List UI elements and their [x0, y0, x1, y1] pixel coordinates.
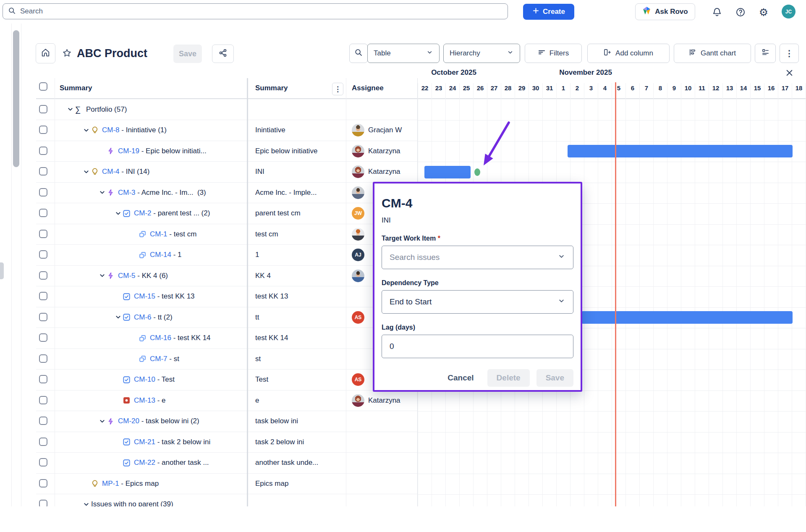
dialog-save-button[interactable]: Save [536, 369, 573, 387]
issue-key-link[interactable]: CM-3 [118, 189, 136, 197]
row-checkbox[interactable] [39, 209, 47, 217]
favorite-star-icon[interactable] [61, 47, 72, 58]
row-checkbox[interactable] [39, 375, 47, 383]
row-expander-chevron[interactable] [113, 314, 123, 320]
help-icon[interactable] [735, 7, 746, 18]
summary2-cell[interactable]: test KK 13 [255, 286, 343, 307]
row-checkbox[interactable] [39, 188, 47, 197]
summary2-cell[interactable] [255, 100, 343, 120]
dependency-handle-dot[interactable] [474, 168, 480, 176]
issue-key-link[interactable]: CM-20 [118, 417, 139, 425]
create-button[interactable]: Create [523, 4, 574, 20]
issue-key-link[interactable]: CM-10 [134, 375, 155, 384]
panel-resize-handle[interactable] [0, 262, 4, 279]
assignee-cell[interactable] [352, 411, 418, 432]
issue-key-link[interactable]: CM-4 [102, 168, 120, 176]
column-resize-divider[interactable] [247, 78, 248, 506]
row-checkbox[interactable] [39, 167, 47, 176]
vertical-scrollbar-thumb[interactable] [13, 30, 19, 167]
issue-key-link[interactable]: CM-1 [150, 230, 167, 238]
issue-key-link[interactable]: CM-7 [150, 355, 167, 363]
issue-key-link[interactable]: CM-13 [134, 396, 155, 405]
row-checkbox[interactable] [39, 292, 47, 300]
summary2-cell[interactable]: test cm [255, 224, 343, 245]
row-checkbox[interactable] [39, 250, 47, 259]
gantt-bar-cm4[interactable] [424, 166, 471, 178]
row-checkbox[interactable] [39, 417, 47, 425]
home-button[interactable] [36, 43, 55, 63]
target-work-item-select[interactable]: Search issues [382, 246, 573, 269]
assignee-cell[interactable] [352, 100, 418, 120]
ask-rovo-button[interactable]: Ask Rovo [635, 3, 695, 20]
issue-key-link[interactable]: CM-22 [134, 459, 155, 467]
issue-key-link[interactable]: CM-19 [118, 147, 139, 155]
save-button[interactable]: Save [173, 45, 202, 63]
dependency-type-select[interactable]: End to Start [382, 290, 573, 314]
assignee-cell[interactable]: Gracjan W [352, 120, 418, 141]
lag-days-input[interactable] [382, 335, 573, 358]
row-checkbox[interactable] [39, 354, 47, 363]
summary2-cell[interactable]: Epics map [255, 474, 343, 494]
summary2-cell[interactable]: st [255, 349, 343, 370]
summary2-cell[interactable]: Epic below initiative [255, 141, 343, 162]
summary2-cell[interactable]: KK 4 [255, 266, 343, 286]
row-checkbox[interactable] [39, 147, 47, 155]
more-options-kebab-button[interactable]: ⋮ [780, 44, 799, 63]
view-mode-select[interactable]: Table [367, 44, 440, 63]
row-checkbox[interactable] [39, 438, 47, 446]
assignee-cell[interactable]: Katarzyna [352, 141, 418, 162]
row-expander-chevron[interactable] [97, 273, 107, 279]
user-avatar[interactable]: JC [782, 5, 796, 18]
column-header-summary[interactable]: Summary [60, 84, 92, 92]
summary2-cell[interactable]: 1 [255, 245, 343, 265]
summary2-cell[interactable]: task 2 below ini [255, 432, 343, 453]
issue-key-link[interactable]: CM-2 [134, 209, 152, 218]
timeline-close-button[interactable] [783, 67, 795, 79]
summary2-cell[interactable]: Inintiative [255, 120, 343, 141]
delete-button[interactable]: Delete [487, 369, 530, 387]
summary2-cell[interactable]: Acme Inc. - Imple... [255, 183, 343, 203]
row-expander-chevron[interactable] [113, 210, 123, 217]
add-column-button[interactable]: Add column [587, 44, 670, 63]
gantt-bar-cm19[interactable] [568, 145, 793, 157]
row-checkbox[interactable] [39, 458, 47, 466]
search-in-plan-button[interactable] [349, 44, 368, 63]
row-checkbox[interactable] [39, 126, 47, 134]
column-header-summary-2[interactable]: Summary [255, 84, 288, 92]
summary2-cell[interactable]: Test [255, 370, 343, 390]
summary2-cell[interactable]: parent test cm [255, 203, 343, 224]
row-checkbox[interactable] [39, 313, 47, 321]
row-checkbox[interactable] [39, 230, 47, 238]
summary2-cell[interactable]: test KK 14 [255, 328, 343, 349]
filters-button[interactable]: Filters [525, 44, 582, 63]
summary2-cell[interactable]: e [255, 390, 343, 411]
gantt-chart-button[interactable]: Gantt chart [674, 44, 751, 63]
row-expander-chevron[interactable] [65, 106, 75, 113]
issue-key-link[interactable]: CM-16 [150, 334, 171, 342]
row-checkbox[interactable] [39, 396, 47, 404]
detail-view-button[interactable] [755, 44, 776, 63]
issue-key-link[interactable]: MP-1 [102, 480, 119, 488]
issue-key-link[interactable]: CM-14 [150, 251, 171, 259]
row-checkbox[interactable] [39, 105, 47, 113]
notifications-bell-icon[interactable] [712, 7, 722, 18]
column-header-assignee[interactable]: Assignee [352, 84, 384, 92]
row-checkbox[interactable] [39, 479, 47, 487]
row-checkbox[interactable] [39, 271, 47, 280]
assignee-cell[interactable] [352, 432, 418, 453]
issue-key-link[interactable]: CM-15 [134, 292, 155, 301]
grouping-select[interactable]: Hierarchy [443, 44, 520, 63]
assignee-cell[interactable]: Katarzyna [352, 162, 418, 182]
issue-key-link[interactable]: CM-8 [102, 126, 120, 134]
column-menu-kebab[interactable]: ⋮ [332, 83, 343, 95]
summary2-cell[interactable]: another task unde... [255, 453, 343, 473]
row-expander-chevron[interactable] [97, 418, 107, 425]
summary2-cell[interactable]: tt [255, 307, 343, 328]
cancel-button[interactable]: Cancel [441, 370, 480, 386]
row-expander-chevron[interactable] [97, 189, 107, 196]
share-button[interactable] [212, 45, 234, 63]
summary2-cell[interactable]: INI [255, 162, 343, 182]
select-all-checkbox[interactable] [39, 82, 47, 91]
assignee-cell[interactable] [352, 474, 418, 494]
issue-key-link[interactable]: CM-21 [134, 438, 155, 446]
